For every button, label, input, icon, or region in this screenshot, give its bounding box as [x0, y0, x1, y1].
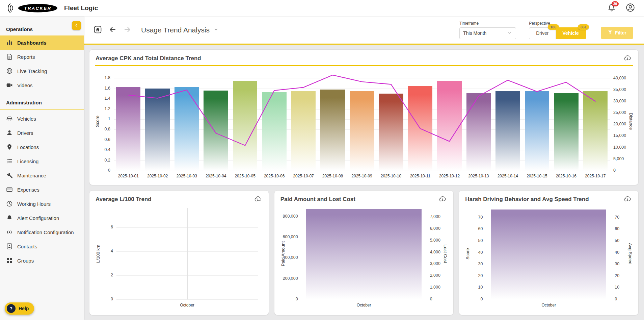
home-icon [93, 25, 102, 35]
app-name: Fleet Logic [64, 4, 98, 12]
x-axis-tick: 2025-10-16 [552, 174, 581, 178]
sidebar-item-dashboards[interactable]: Dashboards [0, 35, 84, 50]
funnel-icon [608, 30, 613, 36]
sidebar-item-alert-configuration[interactable]: Alert Configuration [0, 211, 84, 225]
bar-2025-10-02[interactable] [145, 89, 170, 171]
perspective-option-vehicle[interactable]: Vehicle361 [556, 27, 586, 39]
sidebar-item-maintenance[interactable]: Maintenance [0, 168, 84, 182]
bar-2025-10-04[interactable] [204, 91, 228, 171]
perspective-toggle: Driver186Vehicle361 [529, 27, 586, 39]
left-axis-title: L/100 km [96, 245, 101, 263]
pin-icon [6, 144, 13, 150]
x-axis-tick: 2025-10-01 [114, 174, 143, 178]
right-axis-title: Distance [628, 113, 634, 130]
left-axis-tick: 800,000 [279, 214, 298, 219]
sidebar-item-videos[interactable]: Videos [0, 78, 84, 92]
bar-2025-10-10[interactable] [379, 94, 403, 171]
sidebar-section-title: Administration [0, 92, 84, 109]
right-axis-tick: 20 [615, 273, 619, 278]
right-axis-tick: 0 [430, 297, 432, 301]
right-axis-tick: 30 [615, 262, 619, 266]
export-button[interactable] [623, 54, 632, 63]
sidebar-item-contacts[interactable]: Contacts [0, 239, 84, 253]
home-button[interactable] [92, 24, 103, 36]
sidebar-item-label: Expenses [17, 187, 39, 193]
card-title: Harsh Driving Behavior and Avg Speed Tre… [465, 196, 589, 203]
right-axis-tick: 1,000 [430, 285, 440, 290]
back-button[interactable] [107, 24, 118, 36]
left-axis-tick: 10 [464, 285, 483, 290]
export-button[interactable] [253, 195, 263, 204]
account-button[interactable] [624, 2, 636, 14]
timeframe-select[interactable]: This Month [459, 27, 516, 39]
bar-2025-10-09[interactable] [350, 91, 374, 171]
sidebar-collapse-button[interactable] [72, 21, 81, 30]
bar-2025-10-12[interactable] [437, 81, 462, 171]
main-content: Usage Trend Analysis Timeframe This Mont… [84, 16, 644, 320]
perspective-option-label: Driver [536, 30, 548, 36]
card-icon [6, 186, 13, 193]
x-axis-tick: 2025-10-04 [201, 174, 231, 178]
right-axis-tick: 0 [613, 168, 616, 173]
card-l100-trend: Average L/100 Trend 0246L/100 kmOctober [89, 190, 269, 315]
chart-cpk-distance: 00.20.40.60.811.21.41.61.805,00010,00015… [94, 68, 634, 181]
perspective-option-driver[interactable]: Driver186 [529, 27, 556, 39]
bar-october[interactable] [306, 209, 421, 299]
notifications-button[interactable]: 30 [608, 4, 616, 13]
chart-l100: 0246L/100 kmOctober [94, 205, 264, 312]
sidebar-item-label: Notification Configuration [17, 229, 74, 235]
right-axis-tick: 25,000 [613, 110, 626, 115]
sidebar-item-drivers[interactable]: Drivers [0, 126, 84, 140]
bar-2025-10-07[interactable] [291, 91, 316, 171]
left-axis-tick: 200,000 [279, 276, 298, 281]
x-axis-tick: 2025-10-06 [260, 174, 289, 178]
bar-2025-10-16[interactable] [554, 93, 579, 171]
right-axis-tick: 40 [615, 250, 619, 255]
sidebar-item-live-tracking[interactable]: Live Tracking [0, 64, 84, 78]
bar-2025-10-11[interactable] [408, 86, 433, 171]
x-axis-tick: 2025-10-02 [143, 174, 172, 178]
bar-2025-10-06[interactable] [262, 92, 287, 171]
help-button[interactable]: ? Help [5, 302, 34, 315]
sidebar: OperationsDashboardsReportsLive Tracking… [0, 16, 84, 320]
bar-2025-10-15[interactable] [525, 91, 549, 171]
sidebar-item-groups[interactable]: Groups [0, 253, 84, 268]
left-axis-tick: 1.8 [94, 75, 110, 80]
bar-2025-10-14[interactable] [495, 91, 520, 171]
bar-2025-10-05[interactable] [233, 81, 258, 171]
sidebar-item-expenses[interactable]: Expenses [0, 182, 84, 197]
bar-chart-icon [6, 39, 13, 46]
page-header: Usage Trend Analysis Timeframe This Mont… [84, 16, 644, 45]
sidebar-item-working-hours[interactable]: Working Hours [0, 197, 84, 211]
left-axis-tick: 0 [94, 297, 113, 301]
sidebar-item-label: Locations [17, 144, 39, 150]
contact-icon [6, 243, 13, 250]
bar-2025-10-08[interactable] [320, 90, 345, 171]
sidebar-item-locations[interactable]: Locations [0, 140, 84, 154]
person-icon [6, 129, 13, 136]
bar-2025-10-03[interactable] [175, 87, 199, 171]
export-button[interactable] [623, 195, 632, 204]
sidebar-item-label: Maintenance [17, 173, 46, 178]
dashboard-cards: Average CPK and Total Distance Trend 00.… [84, 45, 644, 320]
sidebar-item-licensing[interactable]: Licensing [0, 154, 84, 168]
page-title-dropdown[interactable]: Usage Trend Analysis [141, 26, 219, 34]
sidebar-item-vehicles[interactable]: Vehicles [0, 112, 84, 126]
filter-button[interactable]: Filter [601, 27, 633, 39]
forward-button[interactable] [122, 24, 133, 36]
bar-2025-10-17[interactable] [583, 91, 608, 171]
card-title: Average L/100 Trend [96, 196, 152, 203]
bar-2025-10-01[interactable] [116, 87, 141, 171]
left-axis-tick: 1.4 [94, 96, 110, 101]
bar-october[interactable] [491, 210, 606, 300]
left-axis-tick: 60 [464, 226, 483, 231]
perspective-option-label: Vehicle [563, 30, 579, 36]
gridline [116, 299, 258, 300]
bottom-card-row: Average L/100 Trend 0246L/100 kmOctober … [89, 190, 639, 315]
sidebar-item-reports[interactable]: Reports [0, 50, 84, 64]
x-axis-tick: 2025-10-12 [435, 174, 464, 178]
bar-2025-10-13[interactable] [466, 93, 491, 171]
x-axis-tick: 2025-10-09 [347, 174, 377, 178]
sidebar-item-notification-configuration[interactable]: Notification Configuration [0, 225, 84, 239]
export-button[interactable] [438, 195, 447, 204]
